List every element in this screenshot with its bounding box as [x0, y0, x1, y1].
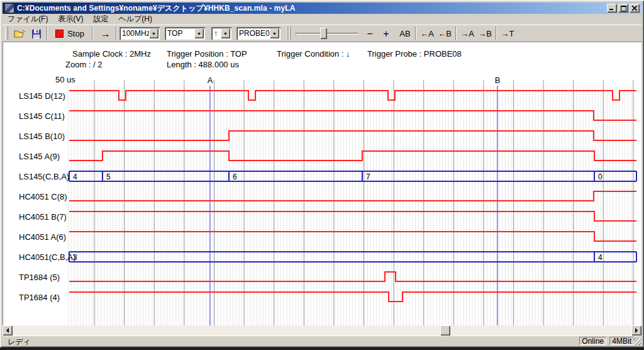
bus-value-label: 7 — [366, 172, 370, 181]
channel-label: LS145 C(11) — [19, 111, 65, 121]
channel-label: TP1684 (4) — [19, 293, 60, 302]
dropdown-arrow-icon[interactable]: ▼ — [270, 28, 279, 38]
channel-label: LS145 D(12) — [19, 91, 65, 101]
bus-value-label: 4 — [73, 172, 77, 181]
channel-label: LS145(C,B,A) — [19, 172, 69, 181]
trigger-position-combo[interactable]: TOP ▼ — [165, 27, 205, 40]
minimize-button[interactable] — [607, 4, 617, 13]
marker-b-label: B — [495, 76, 501, 85]
save-button[interactable] — [29, 27, 44, 40]
left-arrow-b-icon: ←B — [438, 29, 452, 38]
trigger-probe-value: PROBE00 — [239, 29, 274, 38]
trigger-probe-combo[interactable]: PROBE00 ▼ — [236, 27, 280, 40]
scroll-left-button[interactable] — [3, 325, 13, 336]
zoom-out-button[interactable]: − — [362, 27, 377, 40]
close-button[interactable] — [630, 4, 640, 13]
caption-buttons — [607, 4, 640, 13]
save-floppy-icon — [32, 30, 41, 38]
titlebar[interactable]: C:¥Documents and Settings¥noname¥デスクトップ¥… — [3, 3, 641, 14]
trigger-edge-value: ↑ — [214, 29, 218, 38]
ruler-division-label: 50 us — [55, 75, 75, 84]
channel-label: HC4051 B(7) — [19, 212, 67, 222]
timing-diagram-plot[interactable]: 50 usABLS145 D(12)LS145 C(11)LS145 B(10)… — [3, 42, 641, 326]
run-button[interactable]: → — [97, 27, 114, 40]
scroll-right-icon — [635, 328, 640, 333]
toolbar-separator — [92, 26, 93, 40]
maximize-icon — [621, 6, 626, 11]
menubar: ファイル(F) 表示(V) 設定 ヘルプ(H) — [3, 14, 641, 25]
channel-label: HC4051 A(6) — [19, 232, 66, 242]
bus-value-label: 4 — [598, 253, 602, 262]
menu-settings[interactable]: 設定 — [88, 13, 113, 26]
resize-grip[interactable] — [633, 338, 641, 346]
menu-help[interactable]: ヘルプ(H) — [113, 13, 157, 26]
channel-label: LS145 B(10) — [19, 132, 65, 141]
marker-a-label: A — [208, 76, 213, 85]
maximize-button[interactable] — [618, 4, 628, 13]
zoom-slider[interactable] — [296, 27, 358, 40]
toolbar-separator — [455, 26, 457, 40]
sample-clock-value: 100MHz — [122, 29, 150, 38]
ab-label: AB — [399, 29, 410, 38]
trigger-position-value: TOP — [167, 29, 182, 38]
status-online-badge: Online — [579, 337, 606, 345]
trigger-edge-combo[interactable]: ↑ ▼ — [211, 27, 231, 40]
bus-value-label: 5 — [106, 172, 111, 181]
run-arrow-icon: → — [101, 28, 111, 40]
menu-file[interactable]: ファイル(F) — [3, 13, 53, 26]
open-file-button[interactable] — [11, 27, 28, 40]
bus-value-label: 6 — [233, 172, 237, 181]
channel-label: TP1684 (5) — [19, 273, 60, 282]
sample-clock-combo[interactable]: 100MHz ▼ — [119, 27, 160, 40]
channel-label: LS145 A(9) — [19, 152, 60, 161]
stop-button[interactable]: Stop — [52, 27, 88, 40]
scroll-left-icon — [4, 328, 9, 333]
dropdown-arrow-icon[interactable]: ▼ — [149, 28, 158, 38]
goto-marker-b-fwd-button[interactable]: →B — [477, 27, 493, 40]
goto-trigger-button[interactable]: →T — [499, 27, 516, 40]
toolbar-grip — [287, 26, 291, 40]
close-icon — [632, 6, 637, 11]
zoom-in-button[interactable]: + — [379, 27, 394, 40]
dropdown-arrow-icon[interactable]: ▼ — [194, 28, 204, 38]
toolbar-separator — [47, 26, 48, 40]
goto-marker-a-fwd-button[interactable]: →A — [459, 27, 475, 40]
plus-icon: + — [383, 28, 389, 40]
menu-view[interactable]: 表示(V) — [53, 13, 88, 26]
status-memory-badge: 4MBit — [609, 337, 634, 345]
left-arrow-a-icon: ←A — [420, 29, 434, 38]
bus-value-label: 3 — [73, 253, 77, 262]
app-window: C:¥Documents and Settings¥noname¥デスクトップ¥… — [0, 0, 644, 347]
right-arrow-a-icon: →A — [460, 29, 474, 38]
channel-label: HC4051(C,B,A) — [19, 252, 75, 262]
goto-marker-a-back-button[interactable]: ←A — [419, 27, 435, 40]
toolbar: Stop → 100MHz ▼ TOP ▼ ↑ ▼ PROBE00 ▼ − + — [3, 25, 641, 42]
scrollbar-thumb[interactable] — [440, 325, 450, 336]
stop-icon — [55, 30, 64, 38]
stop-label: Stop — [67, 29, 84, 38]
toolbar-separator — [415, 26, 416, 40]
open-folder-icon — [14, 30, 25, 38]
statusbar: レディ Online 4MBit — [3, 336, 641, 346]
right-arrow-t-icon: →T — [501, 29, 514, 38]
waveform-client-area: Sample Clock : 2MHz Trigger Position : T… — [3, 42, 641, 326]
bus-value-label: 0 — [598, 172, 602, 181]
minimize-icon — [609, 6, 614, 11]
dropdown-arrow-icon[interactable]: ▼ — [221, 28, 230, 38]
right-arrow-b-icon: →B — [478, 29, 492, 38]
status-ready-text: レディ — [8, 337, 31, 347]
ab-span-button[interactable]: AB — [396, 27, 414, 40]
slider-track — [296, 33, 358, 35]
app-icon — [4, 3, 14, 13]
goto-marker-b-back-button[interactable]: ←B — [436, 27, 453, 40]
toolbar-separator — [496, 26, 497, 40]
toolbar-separator — [116, 26, 117, 40]
slider-thumb[interactable] — [320, 28, 327, 39]
minus-icon: − — [367, 28, 372, 40]
channel-label: HC4051 C(8) — [19, 192, 67, 201]
window-title: C:¥Documents and Settings¥noname¥デスクトップ¥… — [17, 3, 607, 14]
horizontal-scrollbar[interactable] — [3, 325, 641, 336]
toolbar-grip — [5, 26, 8, 40]
scroll-right-button[interactable] — [631, 325, 641, 336]
